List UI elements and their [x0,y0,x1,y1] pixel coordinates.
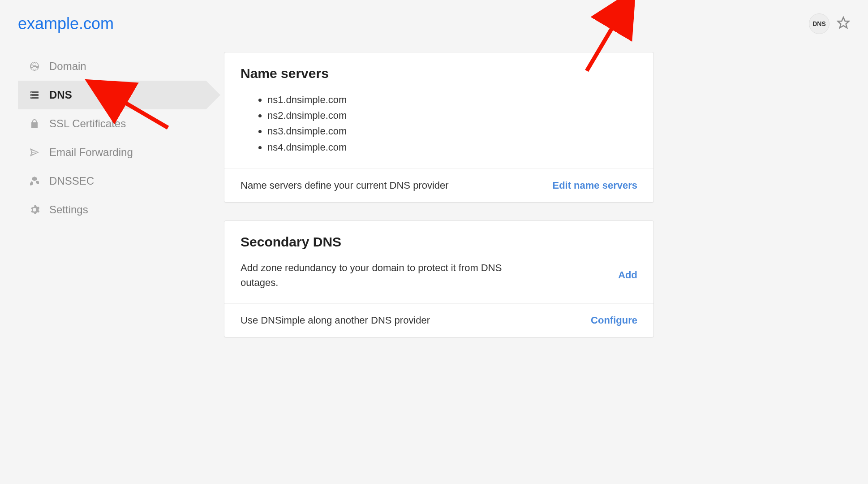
card-title: Name servers [241,66,637,81]
sidebar-item-label: SSL Certificates [49,117,126,130]
add-secondary-dns-link[interactable]: Add [618,269,637,281]
sidebar-item-label: Settings [49,203,88,216]
list-item: ns1.dnsimple.com [267,92,637,108]
server-icon [29,90,40,100]
card-secondary-dns: Secondary DNS Add zone redundancy to you… [224,220,654,337]
star-icon[interactable] [837,16,850,31]
list-item: ns4.dnsimple.com [267,139,637,155]
card-title: Secondary DNS [241,234,637,250]
list-item: ns3.dnsimple.com [267,123,637,139]
paper-plane-icon [29,147,40,158]
sidebar-item-dnssec[interactable]: DNSSEC [18,167,206,195]
sidebar-item-settings[interactable]: Settings [18,195,206,224]
sidebar-item-label: Email Forwarding [49,146,133,159]
sidebar-item-dns[interactable]: DNS [18,81,206,109]
page-header: example.com DNS [18,13,850,34]
card-name-servers: Name servers ns1.dnsimple.com ns2.dnsimp… [224,52,654,203]
header-actions: DNS [809,13,850,34]
main-content: Name servers ns1.dnsimple.com ns2.dnsimp… [224,52,654,337]
sidebar-item-label: Domain [49,60,86,73]
sidebar-item-email-forwarding[interactable]: Email Forwarding [18,138,206,167]
name-server-list: ns1.dnsimple.com ns2.dnsimple.com ns3.dn… [241,92,637,155]
cubes-icon [29,176,40,186]
edit-name-servers-link[interactable]: Edit name servers [552,180,637,191]
dns-badge[interactable]: DNS [809,13,829,34]
sidebar-item-ssl[interactable]: SSL Certificates [18,109,206,138]
gear-icon [29,204,40,215]
svg-marker-0 [838,17,849,28]
sidebar-item-domain[interactable]: Domain [18,52,206,81]
list-item: ns2.dnsimple.com [267,108,637,123]
lock-icon [29,118,40,129]
card-description: Add zone redundancy to your domain to pr… [241,260,527,290]
configure-secondary-dns-link[interactable]: Configure [591,315,637,326]
sidebar: Domain DNS SSL Certificates Email Forwar… [18,52,206,337]
sidebar-item-label: DNS [49,89,72,101]
globe-icon [29,61,40,72]
footer-text: Name servers define your current DNS pro… [241,180,449,191]
domain-title[interactable]: example.com [18,14,114,33]
footer-text: Use DNSimple along another DNS provider [241,315,430,326]
sidebar-item-label: DNSSEC [49,175,94,187]
